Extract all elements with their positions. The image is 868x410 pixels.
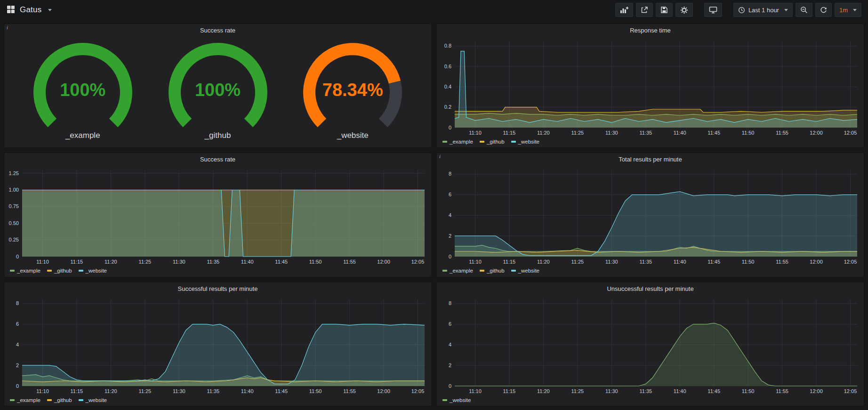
y-tick-label: 0.8 xyxy=(444,43,451,48)
x-tick-label: 12:05 xyxy=(844,388,857,394)
x-tick-label: 11:40 xyxy=(674,259,686,265)
gauge-_github: 100%_github xyxy=(161,40,274,140)
x-tick-label: 11:10 xyxy=(36,388,49,394)
x-tick-label: 11:20 xyxy=(104,388,117,394)
legend-series-marker xyxy=(10,399,15,401)
chart-legend: _example_github_website xyxy=(4,267,431,277)
y-tick-label: 4 xyxy=(449,342,451,347)
x-tick-label: 11:30 xyxy=(605,259,618,265)
legend-item-_website[interactable]: _website xyxy=(511,268,539,273)
bar-chart-plus-icon xyxy=(620,6,628,14)
legend-item-_github[interactable]: _github xyxy=(47,397,72,403)
response-time-chart[interactable]: 00.20.40.60.811:1011:1511:2011:2511:3011… xyxy=(437,37,864,137)
legend-series-marker xyxy=(511,270,516,272)
unsuccessful-results-chart[interactable]: 0246811:1011:1511:2011:2511:3011:3511:40… xyxy=(437,295,864,396)
successful-results-chart[interactable]: 0246811:1011:1511:2011:2511:3011:3511:40… xyxy=(4,295,431,396)
dashboard-title: Gatus xyxy=(20,5,41,15)
refresh-interval-label: 1m xyxy=(839,7,848,14)
save-button[interactable] xyxy=(656,3,673,17)
cycle-view-button[interactable] xyxy=(704,3,722,17)
x-tick-label: 11:55 xyxy=(776,130,788,136)
share-icon xyxy=(641,6,648,14)
x-tick-label: 11:35 xyxy=(639,130,652,136)
panel-header[interactable]: Success rate xyxy=(4,153,431,166)
gauge-_website: 78.34%_website xyxy=(296,40,409,140)
x-tick-label: 12:00 xyxy=(810,259,823,265)
legend-item-_github[interactable]: _github xyxy=(480,268,505,273)
legend-item-_website[interactable]: _website xyxy=(79,397,107,403)
gear-icon xyxy=(680,6,688,14)
caret-down-icon xyxy=(853,9,857,11)
legend-item-_website[interactable]: _website xyxy=(79,268,107,273)
x-tick-label: 11:40 xyxy=(674,130,686,136)
save-icon xyxy=(660,6,668,14)
refresh-button[interactable] xyxy=(815,3,832,17)
gauge-arc: 100% xyxy=(161,40,274,130)
x-tick-label: 11:50 xyxy=(309,388,322,394)
x-tick-label: 11:30 xyxy=(605,130,618,136)
zoom-out-button[interactable] xyxy=(796,3,812,17)
x-tick-label: 11:50 xyxy=(742,130,755,136)
legend-series-marker xyxy=(79,399,83,401)
panel-header[interactable]: Unsuccessful results per minute xyxy=(437,282,864,295)
panel-info-icon[interactable]: i xyxy=(7,24,8,30)
panel-title: Successful results per minute xyxy=(178,285,258,292)
legend-item-_website[interactable]: _website xyxy=(442,397,471,403)
x-tick-label: 11:40 xyxy=(241,388,254,394)
success-rate-chart[interactable]: 00.250.500.751.001.2511:1011:1511:2011:2… xyxy=(4,166,431,266)
dashboard-picker[interactable]: Gatus xyxy=(7,5,52,15)
panel-header[interactable]: Successful results per minute xyxy=(4,282,431,295)
navbar-left: Gatus xyxy=(7,5,52,15)
x-tick-label: 11:55 xyxy=(776,388,788,394)
legend-series-marker xyxy=(480,141,484,143)
y-tick-label: 2 xyxy=(16,362,19,368)
y-tick-label: 8 xyxy=(16,300,19,306)
y-tick-label: 1.00 xyxy=(9,187,19,193)
total-results-chart[interactable]: 0246811:1011:1511:2011:2511:3011:3511:40… xyxy=(437,166,864,266)
panel-unsuccessful-results: Unsuccessful results per minute 0246811:… xyxy=(436,282,864,406)
x-tick-label: 11:45 xyxy=(707,130,720,136)
gauge-label: _github xyxy=(205,131,231,140)
legend-item-_github[interactable]: _github xyxy=(47,268,72,273)
x-tick-label: 11:25 xyxy=(571,130,584,136)
legend-item-_example[interactable]: _example xyxy=(10,268,40,273)
add-panel-button[interactable] xyxy=(615,3,633,17)
panel-title: Total results per minute xyxy=(619,156,682,163)
time-range-picker[interactable]: Last 1 hour xyxy=(733,3,793,17)
gauge-value: 100% xyxy=(161,80,274,100)
refresh-interval-picker[interactable]: 1m xyxy=(835,3,861,17)
share-button[interactable] xyxy=(636,3,653,17)
chart-svg: 00.20.40.60.811:1011:1511:2011:2511:3011… xyxy=(437,37,864,137)
legend-item-_example[interactable]: _example xyxy=(10,397,40,403)
settings-button[interactable] xyxy=(675,3,693,17)
legend-item-_example[interactable]: _example xyxy=(442,139,473,145)
x-tick-label: 11:50 xyxy=(309,259,322,265)
legend-series-marker xyxy=(79,270,83,272)
legend-item-_website[interactable]: _website xyxy=(511,139,539,145)
gauge-label: _example xyxy=(65,131,100,140)
monitor-icon xyxy=(709,6,717,14)
y-tick-label: 8 xyxy=(449,300,451,306)
x-tick-label: 11:15 xyxy=(503,388,516,394)
x-tick-label: 11:25 xyxy=(138,388,151,394)
panel-header[interactable]: Total results per minute xyxy=(437,153,864,166)
x-tick-label: 11:15 xyxy=(503,259,516,265)
gauge-value: 78.34% xyxy=(296,80,409,100)
panel-info-icon[interactable]: i xyxy=(439,153,441,159)
y-tick-label: 0 xyxy=(16,254,19,259)
x-tick-label: 11:35 xyxy=(639,388,652,394)
x-tick-label: 11:55 xyxy=(343,259,356,265)
x-tick-label: 11:20 xyxy=(104,259,117,265)
x-tick-label: 11:45 xyxy=(275,259,288,265)
panel-header[interactable]: Success rate xyxy=(4,24,431,37)
x-tick-label: 12:00 xyxy=(810,388,823,394)
chart-legend: _website xyxy=(437,396,864,406)
chart-svg: 0246811:1011:1511:2011:2511:3011:3511:40… xyxy=(4,295,431,396)
x-tick-label: 11:25 xyxy=(571,259,584,265)
panel-header[interactable]: Response time xyxy=(437,24,864,37)
x-tick-label: 11:35 xyxy=(207,388,219,394)
x-tick-label: 11:20 xyxy=(537,130,550,136)
legend-item-_github[interactable]: _github xyxy=(480,139,505,145)
y-tick-label: 0 xyxy=(16,383,19,388)
legend-item-_example[interactable]: _example xyxy=(442,268,473,273)
